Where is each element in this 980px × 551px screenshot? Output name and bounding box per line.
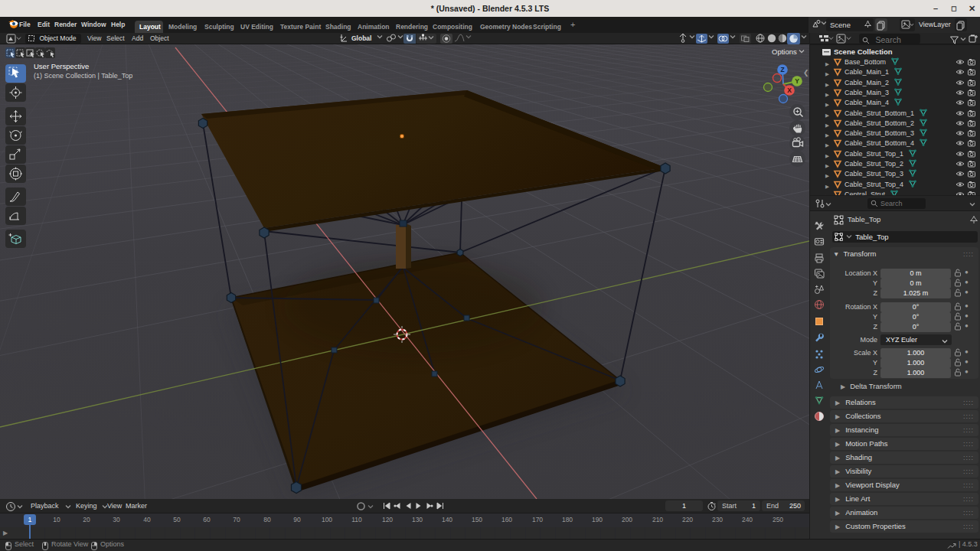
svg-text:Z: Z bbox=[780, 66, 784, 73]
svg-text:Y: Y bbox=[795, 77, 799, 85]
svg-text:X: X bbox=[787, 86, 792, 94]
